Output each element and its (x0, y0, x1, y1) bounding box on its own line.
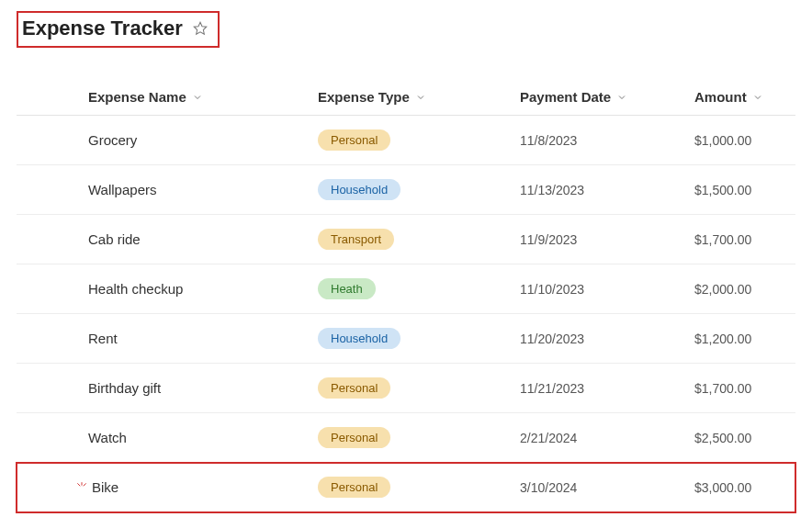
table-body: GroceryPersonal11/8/2023$1,000.00Wallpap… (17, 116, 795, 512)
expense-table: Expense Name Expense Type Payment Date A… (17, 79, 795, 512)
cell-date: 11/8/2023 (520, 133, 694, 148)
cell-name: Birthday gift (88, 380, 318, 396)
type-badge: Personal (318, 427, 390, 448)
cell-name-text: Watch (88, 430, 127, 445)
cell-name-text: Cab ride (88, 231, 141, 247)
table-row[interactable]: Health checkupHeath11/10/2023$2,000.00 (17, 264, 795, 314)
sparkle-icon (75, 481, 88, 494)
cell-type: Personal (318, 477, 520, 498)
star-icon[interactable] (192, 20, 209, 37)
col-header-type[interactable]: Expense Type (318, 89, 520, 105)
chevron-down-icon (752, 92, 763, 103)
cell-name: Grocery (88, 132, 318, 148)
cell-type: Personal (318, 427, 520, 448)
type-badge: Personal (318, 477, 390, 498)
table-row[interactable]: Cab rideTransport11/9/2023$1,700.00 (17, 215, 795, 264)
cell-amount: $1,700.00 (694, 232, 795, 247)
type-badge: Household (318, 328, 400, 349)
chevron-down-icon (415, 92, 426, 103)
col-header-name[interactable]: Expense Name (88, 89, 318, 105)
cell-amount: $1,200.00 (694, 332, 795, 346)
col-header-name-label: Expense Name (88, 89, 186, 105)
cell-name-text: Birthday gift (88, 380, 161, 396)
svg-line-1 (77, 483, 80, 486)
cell-type: Household (318, 328, 520, 349)
cell-amount: $2,500.00 (694, 431, 795, 445)
cell-name-text: Bike (92, 479, 118, 495)
cell-date: 3/10/2024 (520, 480, 694, 495)
col-header-date[interactable]: Payment Date (520, 89, 694, 105)
table-header: Expense Name Expense Type Payment Date A… (17, 79, 795, 116)
cell-name: Health checkup (88, 281, 318, 297)
table-row[interactable]: RentHousehold11/20/2023$1,200.00 (17, 314, 795, 364)
col-header-date-label: Payment Date (520, 89, 611, 105)
type-badge: Transport (318, 229, 394, 250)
cell-date: 11/21/2023 (520, 381, 694, 396)
cell-name-text: Health checkup (88, 281, 183, 297)
svg-marker-0 (194, 22, 207, 34)
col-header-amount[interactable]: Amount (694, 89, 795, 105)
cell-type: Household (318, 179, 520, 200)
cell-type: Personal (318, 377, 520, 399)
cell-date: 11/13/2023 (520, 183, 694, 197)
cell-name: Bike (88, 479, 318, 495)
table-row[interactable]: Birthday giftPersonal11/21/2023$1,700.00 (17, 364, 795, 413)
type-badge: Personal (318, 129, 390, 151)
cell-name-text: Rent (88, 331, 118, 346)
type-badge: Personal (318, 377, 390, 399)
table-row[interactable]: WallpapersHousehold11/13/2023$1,500.00 (17, 165, 795, 215)
cell-name: Cab ride (88, 231, 318, 247)
cell-amount: $2,000.00 (694, 282, 795, 297)
cell-type: Transport (318, 229, 520, 250)
page-title-container: Expense Tracker (17, 11, 220, 48)
cell-date: 11/9/2023 (520, 232, 694, 247)
cell-amount: $3,000.00 (694, 480, 795, 495)
col-header-type-label: Expense Type (318, 89, 410, 105)
cell-name-text: Wallpapers (88, 182, 156, 197)
cell-name: Watch (88, 430, 318, 445)
cell-amount: $1,700.00 (694, 381, 795, 396)
cell-amount: $1,500.00 (694, 183, 795, 197)
cell-type: Heath (318, 278, 520, 299)
type-badge: Household (318, 179, 400, 200)
cell-date: 11/10/2023 (520, 282, 694, 297)
cell-date: 11/20/2023 (520, 332, 694, 346)
svg-line-3 (84, 483, 86, 486)
cell-date: 2/21/2024 (520, 431, 694, 445)
col-header-amount-label: Amount (694, 89, 747, 105)
cell-name-text: Grocery (88, 132, 137, 148)
page-title: Expense Tracker (22, 17, 183, 40)
cell-name: Rent (88, 331, 318, 346)
table-row[interactable]: WatchPersonal2/21/2024$2,500.00 (17, 413, 795, 463)
type-badge: Heath (318, 278, 376, 299)
table-row[interactable]: GroceryPersonal11/8/2023$1,000.00 (17, 116, 795, 165)
cell-name: Wallpapers (88, 182, 318, 197)
chevron-down-icon (616, 92, 627, 103)
table-row[interactable]: BikePersonal3/10/2024$3,000.00 (17, 463, 795, 512)
cell-type: Personal (318, 129, 520, 151)
cell-amount: $1,000.00 (694, 133, 795, 148)
chevron-down-icon (192, 92, 203, 103)
